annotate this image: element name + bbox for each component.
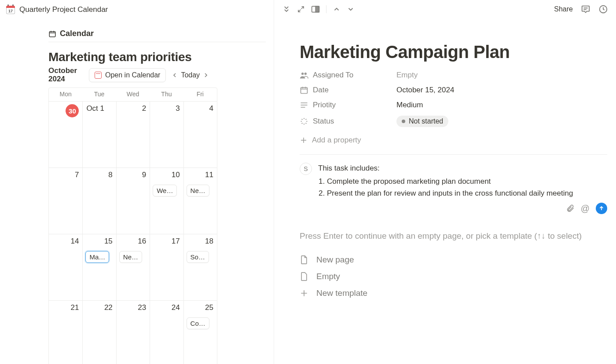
divider: [326, 5, 326, 13]
calendar-day[interactable]: 17: [150, 234, 183, 300]
send-button[interactable]: [596, 203, 607, 214]
view-tab-calendar[interactable]: Calendar: [48, 18, 266, 42]
breadcrumb-title: Quarterly Project Calendar: [19, 5, 108, 14]
calendar-pane: 17 Quarterly Project Calendar Calendar M…: [0, 0, 274, 364]
calendar-day[interactable]: 25Co…: [183, 301, 217, 364]
template-list: New page Empty New template: [300, 255, 607, 298]
page-title[interactable]: Marketing Campaign Plan: [300, 42, 607, 62]
svg-rect-6: [301, 87, 308, 93]
breadcrumb[interactable]: 17 Quarterly Project Calendar: [0, 0, 274, 18]
calendar-day[interactable]: 2: [116, 102, 150, 167]
svg-rect-0: [49, 31, 55, 36]
today-button[interactable]: Today: [181, 71, 200, 79]
comment[interactable]: S This task includes: Complete the propo…: [300, 163, 607, 199]
section-title: Marketing team priorities: [48, 50, 266, 64]
comment-list-item: Present the plan for review and inputs i…: [327, 188, 607, 199]
calendar-day[interactable]: 7: [49, 168, 82, 234]
calendar-day[interactable]: 22: [82, 301, 116, 364]
calendar-day[interactable]: 11Ne…: [183, 168, 217, 234]
open-in-calendar-button[interactable]: Open in Calendar: [89, 68, 166, 82]
prop-date[interactable]: Date October 15, 2024: [300, 86, 607, 95]
day-number: Oct 1: [86, 104, 104, 113]
day-number: 3: [176, 104, 180, 113]
prop-key-label: Status: [313, 117, 334, 126]
calendar-icon: [48, 30, 56, 38]
collapse-icon[interactable]: [282, 5, 291, 14]
mention-icon[interactable]: @: [581, 204, 590, 214]
avatar: S: [300, 163, 312, 175]
calendar-day[interactable]: 10We…: [150, 168, 183, 234]
day-number: 14: [70, 237, 79, 246]
day-number: 25: [205, 303, 213, 312]
calendar-day[interactable]: 15Ma…: [82, 234, 116, 300]
calendar-event[interactable]: So…: [187, 251, 209, 263]
status-text: Not started: [409, 117, 443, 125]
calendar-day[interactable]: 3: [150, 102, 183, 167]
prop-assigned-to[interactable]: Assigned To Empty: [300, 71, 607, 80]
attach-icon[interactable]: [566, 204, 575, 213]
prev-month-button[interactable]: [171, 72, 178, 79]
calendar-day[interactable]: 9: [116, 168, 150, 234]
comments-icon[interactable]: [581, 4, 590, 14]
comment-body[interactable]: This task includes: Complete the propose…: [318, 163, 607, 199]
divider: [300, 154, 607, 155]
dow-header: Mon: [49, 88, 82, 101]
peek-mode-icon[interactable]: [311, 5, 320, 13]
status-dot-icon: [402, 120, 405, 123]
svg-point-4: [301, 73, 304, 75]
calendar-day[interactable]: 18So…: [183, 234, 217, 300]
calendar-day[interactable]: 30: [49, 102, 82, 167]
prop-value[interactable]: October 15, 2024: [396, 86, 454, 95]
svg-rect-2: [315, 6, 319, 12]
next-month-button[interactable]: [202, 72, 209, 79]
calendar-event[interactable]: Co…: [187, 317, 209, 329]
prop-priority[interactable]: Priotity Medium: [300, 101, 607, 109]
day-number: 23: [138, 303, 146, 312]
plus-icon: [300, 289, 308, 298]
detail-topbar: Share: [274, 0, 616, 17]
status-badge[interactable]: Not started: [396, 116, 448, 127]
prop-status[interactable]: Status Not started: [300, 116, 607, 127]
prop-value[interactable]: Empty: [396, 71, 418, 80]
calendar-day[interactable]: 4: [183, 102, 217, 167]
svg-point-5: [304, 73, 307, 75]
prop-key-label: Assigned To: [313, 71, 353, 80]
template-new-template[interactable]: New template: [300, 288, 607, 298]
dow-header: Fri: [183, 88, 217, 101]
comment-lead: This task includes:: [318, 163, 607, 174]
dow-header: Thu: [150, 88, 183, 101]
share-button[interactable]: Share: [554, 5, 573, 13]
dow-header: Tue: [82, 88, 116, 101]
prop-key-label: Priotity: [313, 101, 336, 109]
calendar-event[interactable]: Ne…: [187, 185, 209, 197]
prop-value[interactable]: Medium: [396, 101, 423, 109]
calendar-day[interactable]: 16Ne…: [116, 234, 150, 300]
template-label: New template: [316, 288, 367, 298]
prop-value[interactable]: Not started: [396, 116, 448, 127]
calendar-event[interactable]: We…: [153, 185, 177, 197]
day-number: 24: [172, 303, 180, 312]
day-number: 21: [70, 303, 79, 312]
day-number: 10: [172, 171, 180, 179]
calendar-day[interactable]: 21: [49, 301, 82, 364]
calendar-day[interactable]: 8: [82, 168, 116, 234]
prev-item-button[interactable]: [333, 5, 341, 13]
template-label: Empty: [316, 272, 340, 281]
template-new-page[interactable]: New page: [300, 255, 607, 265]
month-label[interactable]: October 2024: [48, 67, 84, 83]
expand-icon[interactable]: [297, 5, 305, 13]
day-number: 15: [104, 237, 113, 246]
calendar-event[interactable]: Ma…: [85, 251, 109, 263]
next-item-button[interactable]: [347, 5, 355, 13]
calendar-event[interactable]: Ne…: [119, 251, 142, 263]
calendar-day[interactable]: 14: [49, 234, 82, 300]
day-number: 30: [66, 104, 79, 117]
calendar-day[interactable]: 23: [116, 301, 150, 364]
calendar-day[interactable]: Oct 1: [82, 102, 116, 167]
calendar-small-icon: [300, 86, 308, 95]
calendar-day[interactable]: 24: [150, 301, 183, 364]
add-property-button[interactable]: Add a property: [300, 136, 607, 145]
dow-header: Wed: [116, 88, 150, 101]
template-empty[interactable]: Empty: [300, 272, 607, 281]
updates-icon[interactable]: [598, 4, 608, 14]
